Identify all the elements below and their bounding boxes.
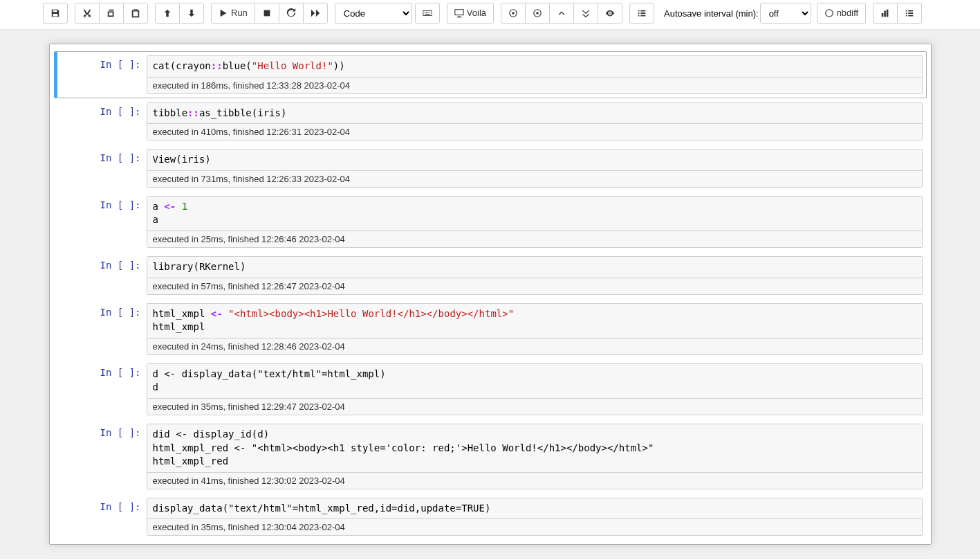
code-input[interactable]: html_xmpl <- "<html><body><h1>Hello Worl… xyxy=(147,304,922,338)
svg-rect-2 xyxy=(424,12,425,12)
execution-timing: executed in 57ms, finished 12:26:47 2023… xyxy=(147,278,922,294)
save-button[interactable] xyxy=(43,3,68,24)
paste-icon xyxy=(131,8,140,18)
execution-timing: executed in 24ms, finished 12:28:46 2023… xyxy=(147,338,922,354)
target-button-2[interactable] xyxy=(525,3,550,24)
nbdiff-button[interactable]: nbdiff xyxy=(817,3,867,24)
code-input[interactable]: did <- display_id(d) html_xmpl_red <- "<… xyxy=(147,424,922,472)
copy-icon xyxy=(107,8,116,18)
execution-timing: executed in 35ms, finished 12:30:04 2023… xyxy=(147,518,922,535)
target-button-1[interactable] xyxy=(501,3,526,24)
code-cell[interactable]: In [ ]:cat(crayon::blue("Hello World!"))… xyxy=(54,51,927,98)
cell-body: html_xmpl <- "<html><body><h1>Hello Worl… xyxy=(147,303,923,355)
cell-body: tibble::as_tibble(iris)executed in 410ms… xyxy=(147,102,923,141)
code-input[interactable]: View(iris) xyxy=(147,150,922,170)
code-input[interactable]: library(RKernel) xyxy=(147,257,922,278)
code-input[interactable]: cat(crayon::blue("Hello World!")) xyxy=(147,56,922,77)
notebook: In [ ]:cat(crayon::blue("Hello World!"))… xyxy=(49,44,932,545)
cut-button[interactable] xyxy=(75,3,100,24)
code-cell[interactable]: In [ ]:library(RKernel)executed in 57ms,… xyxy=(54,252,927,299)
cell-body: did <- display_id(d) html_xmpl_red <- "<… xyxy=(147,424,923,489)
stop-button[interactable] xyxy=(255,3,279,24)
cell-body: View(iris)executed in 731ms, finished 12… xyxy=(147,149,923,188)
input-prompt: In [ ]: xyxy=(58,363,147,415)
collapse-up-button[interactable] xyxy=(549,3,574,24)
svg-point-12 xyxy=(825,10,833,17)
run-button[interactable]: Run xyxy=(211,3,255,24)
code-cell[interactable]: In [ ]:did <- display_id(d) html_xmpl_re… xyxy=(54,419,927,494)
restart-button[interactable] xyxy=(279,3,304,24)
voila-label: Voilà xyxy=(467,7,486,19)
fast-forward-icon xyxy=(311,8,320,18)
voila-button[interactable]: Voilà xyxy=(447,3,494,24)
execution-timing: executed in 410ms, finished 12:26:31 202… xyxy=(147,123,922,140)
list-button-2[interactable] xyxy=(897,3,922,24)
code-cell[interactable]: In [ ]:a <- 1 aexecuted in 25ms, finishe… xyxy=(54,192,927,252)
input-prompt: In [ ]: xyxy=(58,149,147,188)
target-icon xyxy=(508,8,518,18)
restart-icon xyxy=(286,8,296,18)
code-cell[interactable]: In [ ]:View(iris)executed in 731ms, fini… xyxy=(54,145,927,192)
svg-rect-4 xyxy=(427,12,428,12)
autosave-label: Autosave interval (min): xyxy=(664,8,759,19)
code-cell[interactable]: In [ ]:html_xmpl <- "<html><body><h1>Hel… xyxy=(54,299,927,359)
run-label: Run xyxy=(231,7,248,19)
bar-chart-icon xyxy=(880,8,890,18)
svg-rect-3 xyxy=(426,12,427,12)
execution-timing: executed in 25ms, finished 12:26:46 2023… xyxy=(147,231,922,247)
list-icon xyxy=(637,8,647,18)
nbdiff-label: nbdiff xyxy=(837,7,859,19)
arrow-down-icon xyxy=(187,8,196,18)
celltype-select[interactable]: CodeMarkdownRaw NBConvertHeading xyxy=(335,3,412,24)
copy-button[interactable] xyxy=(99,3,124,24)
svg-rect-6 xyxy=(425,14,429,15)
cell-body: d <- display_data("text/html"=html_xmpl)… xyxy=(147,363,923,415)
cell-body: a <- 1 aexecuted in 25ms, finished 12:26… xyxy=(147,196,923,248)
cell-body: display_data("text/html"=html_xmpl_red,i… xyxy=(147,498,923,536)
input-prompt: In [ ]: xyxy=(58,498,147,536)
stop-icon xyxy=(262,8,272,18)
save-icon xyxy=(50,8,60,18)
execution-timing: executed in 41ms, finished 12:30:02 2023… xyxy=(147,472,922,489)
input-prompt: In [ ]: xyxy=(58,303,147,355)
bar-chart-button[interactable] xyxy=(873,3,898,24)
preview-button[interactable] xyxy=(598,3,622,24)
execution-timing: executed in 186ms, finished 12:33:28 202… xyxy=(147,77,922,93)
svg-point-9 xyxy=(512,12,515,15)
notebook-container: In [ ]:cat(crayon::blue("Hello World!"))… xyxy=(0,30,980,559)
chevron-up-icon xyxy=(557,8,566,18)
code-cell[interactable]: In [ ]:d <- display_data("text/html"=htm… xyxy=(54,359,927,419)
svg-rect-0 xyxy=(264,10,270,17)
circle-icon xyxy=(824,8,834,18)
paste-button[interactable] xyxy=(123,3,148,24)
target-icon xyxy=(533,8,542,18)
list-button[interactable] xyxy=(629,3,654,24)
input-prompt: In [ ]: xyxy=(58,424,147,489)
svg-rect-1 xyxy=(423,11,432,16)
input-prompt: In [ ]: xyxy=(58,256,147,295)
code-input[interactable]: a <- 1 a xyxy=(147,197,922,231)
cell-body: library(RKernel)executed in 57ms, finish… xyxy=(147,256,923,295)
cut-icon xyxy=(82,8,92,18)
svg-rect-7 xyxy=(455,10,463,15)
svg-point-11 xyxy=(536,12,539,15)
expand-down-button[interactable] xyxy=(573,3,598,24)
desktop-icon xyxy=(454,8,464,18)
list-icon xyxy=(905,8,914,18)
arrow-up-icon xyxy=(163,8,172,18)
code-cell[interactable]: In [ ]:tibble::as_tibble(iris)executed i… xyxy=(54,98,927,145)
code-input[interactable]: d <- display_data("text/html"=html_xmpl)… xyxy=(147,364,922,398)
autosave-select[interactable]: off xyxy=(760,3,811,24)
input-prompt: In [ ]: xyxy=(61,55,147,94)
move-down-button[interactable] xyxy=(179,3,204,24)
execution-timing: executed in 35ms, finished 12:29:47 2023… xyxy=(147,398,922,415)
move-up-button[interactable] xyxy=(155,3,180,24)
run-icon xyxy=(219,8,228,18)
code-input[interactable]: display_data("text/html"=html_xmpl_red,i… xyxy=(147,498,922,519)
command-palette-button[interactable] xyxy=(415,3,440,24)
code-input[interactable]: tibble::as_tibble(iris) xyxy=(147,103,922,124)
restart-run-all-button[interactable] xyxy=(303,3,328,24)
main-toolbar: Run CodeMarkdownRaw NBConvertHeading Voi… xyxy=(0,0,980,30)
code-cell[interactable]: In [ ]:display_data("text/html"=html_xmp… xyxy=(54,494,927,541)
execution-timing: executed in 731ms, finished 12:26:33 202… xyxy=(147,170,922,187)
